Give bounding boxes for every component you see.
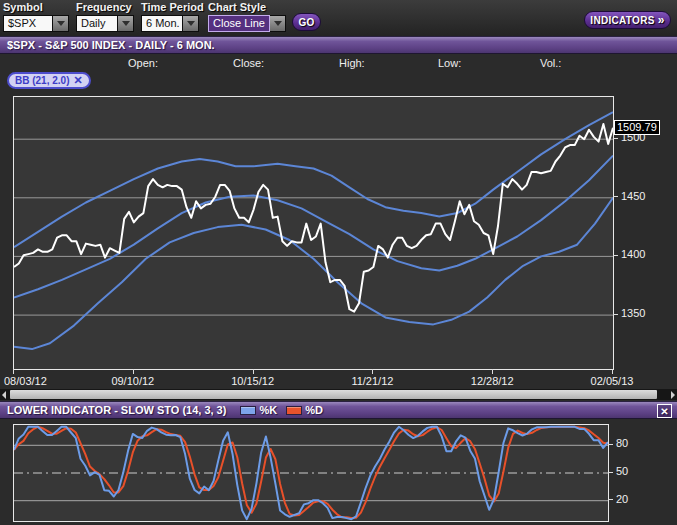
axis-tick-label: 20 [616,493,628,505]
lower-indicator-chart[interactable] [13,424,609,522]
last-price-label: 1509.79 [614,120,660,135]
axis-tick-label: 50 [616,465,628,477]
axis-tick-label: 10/15/12 [231,375,274,387]
axis-tick [608,472,613,473]
axis-tick [613,196,618,197]
main-chart-canvas [14,97,613,369]
d-line-swatch [286,406,302,415]
lower-indicator-bar: LOWER INDICATOR - SLOW STO (14, 3, 3) %K… [0,401,677,419]
chevron-down-icon [122,21,130,30]
axis-tick [613,138,618,139]
frequency-label: Frequency [76,1,134,13]
symbol-select[interactable]: $SPX [3,15,69,32]
chart-title-bar: $SPX - S&P 500 INDEX - DAILY - 6 MON. [0,36,677,54]
time-period-label: Time Period [141,1,204,13]
axis-tick-label: 11/21/12 [351,375,393,387]
high-label: High: [339,57,365,69]
chart-title: $SPX - S&P 500 INDEX - DAILY - 6 MON. [7,39,215,51]
indicators-button-label: INDICATORS [590,15,654,26]
frequency-field: Frequency Daily [76,1,134,32]
close-icon[interactable]: ✕ [657,404,672,418]
symbol-value[interactable]: $SPX [3,15,53,32]
bb-indicator-badge[interactable]: BB (21, 2.0) ✕ [7,72,91,89]
frequency-select[interactable]: Daily [76,15,134,32]
vol-label: Vol.: [540,57,561,69]
frequency-value[interactable]: Daily [76,15,118,32]
chart-style-select[interactable]: Close Line [208,15,286,32]
horizontal-scrollbar[interactable] [0,389,677,400]
axis-tick [613,255,618,256]
axis-tick-label: 1350 [621,307,645,319]
time-period-field: Time Period 6 Mon. [141,1,204,32]
main-chart-xaxis: 08/03/1209/10/1210/15/1211/21/1212/28/12… [13,369,612,387]
k-line-label: %K [259,404,277,416]
axis-tick-label: 12/28/12 [471,375,514,387]
axis-tick [613,314,618,315]
go-button[interactable]: GO [292,13,321,31]
main-chart-yaxis: 1350140014501500 [613,96,675,368]
open-label: Open: [128,57,158,69]
chevron-down-icon [274,21,282,30]
time-period-select[interactable]: 6 Mon. [141,15,204,32]
axis-tick [612,369,613,374]
axis-tick [372,369,373,374]
lower-chart-canvas [14,425,608,521]
legend-item-d: %D [286,404,323,416]
time-period-value[interactable]: 6 Mon. [141,15,183,32]
axis-tick-label: 09/10/12 [111,375,154,387]
axis-tick [253,369,254,374]
axis-tick-label: 80 [616,437,628,449]
axis-tick [13,369,14,374]
axis-tick-label: 1450 [621,190,645,202]
toolbar: Symbol $SPX Frequency Daily Time Period … [0,0,677,36]
legend-item-k: %K [240,404,277,416]
k-line-swatch [240,406,256,415]
axis-tick [608,444,613,445]
axis-tick-label: 1400 [621,248,645,260]
axis-tick [492,369,493,374]
low-label: Low: [438,57,461,69]
close-label: Close: [233,57,264,69]
axis-tick-label: 08/03/12 [4,375,47,387]
axis-tick [608,499,613,500]
chart-style-value[interactable]: Close Line [208,15,270,32]
bb-indicator-label: BB (21, 2.0) [15,75,69,86]
symbol-select-arrow[interactable] [53,15,69,32]
symbol-label: Symbol [3,1,69,13]
d-line-label: %D [305,404,323,416]
main-chart[interactable] [13,96,614,370]
chart-style-select-arrow[interactable] [270,15,286,32]
scroll-right-icon[interactable] [671,391,675,399]
frequency-select-arrow[interactable] [118,15,134,32]
axis-tick [133,369,134,374]
chevron-down-icon [57,21,65,30]
scrollbar-thumb[interactable] [10,390,657,399]
chevron-down-icon [187,21,195,30]
axis-tick-label: 02/05/13 [591,375,634,387]
indicators-button[interactable]: INDICATORS » [584,11,671,29]
time-period-select-arrow[interactable] [183,15,199,32]
close-icon[interactable]: ✕ [73,74,82,87]
charting-app: { "toolbar": { "symbol": { "label": "Sym… [0,0,677,525]
chart-style-label: Chart Style [208,1,286,13]
lower-chart-yaxis: 205080 [608,424,670,520]
scroll-left-icon[interactable] [2,391,6,399]
chevrons-right-icon: » [658,15,665,25]
chart-style-field: Chart Style Close Line [208,1,286,32]
symbol-field: Symbol $SPX [3,1,69,32]
lower-indicator-title: LOWER INDICATOR - SLOW STO (14, 3, 3) [7,404,226,416]
